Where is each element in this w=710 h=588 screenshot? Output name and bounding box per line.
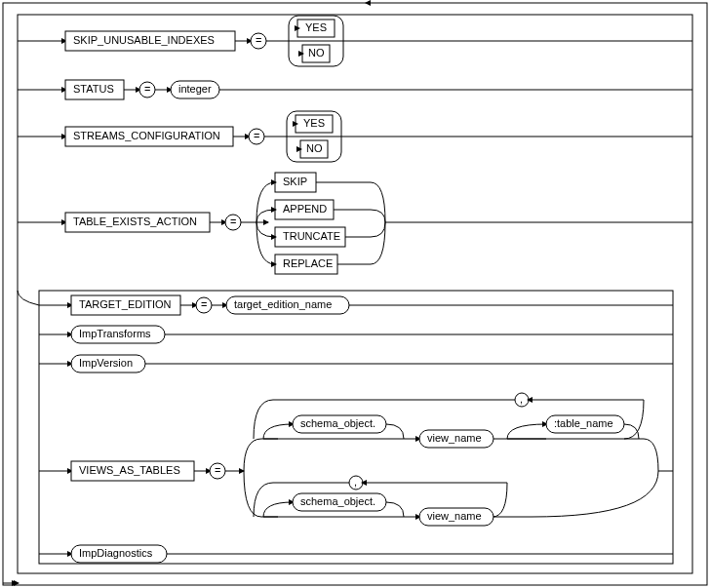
- target-edition-name: target_edition_name: [234, 298, 332, 310]
- table-name: :table_name: [554, 417, 613, 429]
- param-streams-configuration: STREAMS_CONFIGURATION: [73, 130, 220, 141]
- row-status: STATUS = integer: [18, 80, 692, 99]
- row-table-exists-action: TABLE_EXISTS_ACTION = SKIP APPEND TRUNCA…: [18, 173, 692, 274]
- schema-object-2: schema_object.: [300, 495, 375, 507]
- eq-token-3: =: [254, 130, 259, 141]
- row-skip-unusable-indexes: SKIP_UNUSABLE_INDEXES = YES NO: [18, 16, 692, 66]
- yes-option: YES: [305, 21, 327, 33]
- append-option: APPEND: [283, 203, 327, 215]
- row-imp-diagnostics: ImpDiagnostics: [39, 545, 673, 563]
- row-views-as-tables: VIEWS_AS_TABLES = , schema_object. view_…: [39, 393, 673, 526]
- imp-version: ImpVersion: [79, 357, 133, 369]
- skip-option: SKIP: [283, 176, 307, 187]
- svg-marker-47: [263, 219, 269, 225]
- integer-token: integer: [178, 83, 212, 95]
- row-imp-version: ImpVersion: [39, 355, 673, 372]
- eq-token-4: =: [230, 216, 236, 227]
- yes-option-2: YES: [303, 117, 325, 129]
- eq-token-5: =: [201, 298, 207, 310]
- eq-token-2: =: [144, 83, 150, 95]
- param-skip-unusable-indexes: SKIP_UNUSABLE_INDEXES: [73, 34, 215, 46]
- view-name-1: view_name: [427, 432, 482, 444]
- view-name-2: view_name: [427, 510, 482, 522]
- eq-token-6: =: [215, 464, 220, 476]
- param-table-exists-action: TABLE_EXISTS_ACTION: [73, 216, 197, 227]
- comma-token-2: ,: [354, 476, 357, 488]
- no-option-2: NO: [306, 142, 323, 154]
- schema-object-1: schema_object.: [300, 417, 375, 429]
- imp-transforms: ImpTransforms: [79, 328, 151, 339]
- comma-token-1: ,: [520, 393, 523, 405]
- param-views-as-tables: VIEWS_AS_TABLES: [79, 464, 180, 476]
- row-imp-transforms: ImpTransforms: [39, 326, 673, 343]
- eq-token: =: [256, 34, 261, 46]
- param-target-edition: TARGET_EDITION: [79, 298, 172, 310]
- row-target-edition: TARGET_EDITION = target_edition_name: [39, 295, 673, 315]
- imp-diagnostics: ImpDiagnostics: [79, 547, 153, 559]
- replace-option: REPLACE: [283, 257, 333, 269]
- no-option: NO: [308, 47, 325, 59]
- row-streams-configuration: STREAMS_CONFIGURATION = YES NO: [18, 111, 692, 162]
- truncate-option: TRUNCATE: [283, 230, 340, 242]
- svg-marker-108: [365, 0, 371, 6]
- param-status: STATUS: [73, 83, 114, 95]
